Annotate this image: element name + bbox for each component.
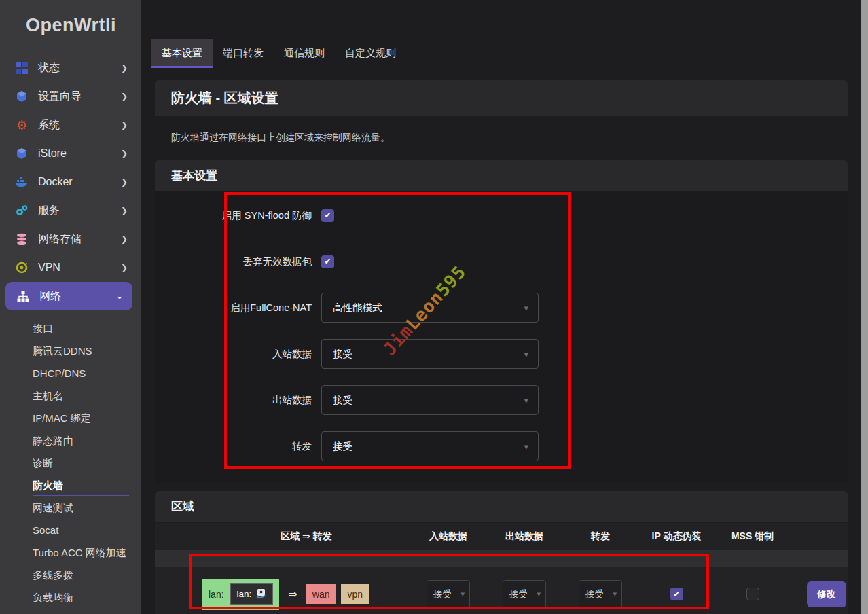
- docker-whale-icon: [14, 177, 30, 187]
- column-input: 入站数据: [410, 530, 486, 543]
- field-label: 入站数据: [155, 348, 321, 361]
- sidebar-menu: 状态 ❯ 设置向导 ❯ ⚙ 系统 ❯ iStore ❯: [0, 41, 141, 609]
- sidebar-item-network-storage[interactable]: 网络存储 ❯: [0, 225, 141, 253]
- caret-down-icon: ▾: [460, 590, 465, 598]
- basic-settings-form: 启用 SYN-flood 防御 ✔ 丢弃无效数据包 ✔ 启用FullCone-N…: [155, 191, 848, 483]
- form-row-fullcone-nat: 启用FullCone-NAT 高性能模式 ▾: [155, 285, 848, 331]
- chevron-right-icon: ❯: [121, 206, 128, 215]
- page-description: 防火墙通过在网络接口上创建区域来控制网络流量。: [155, 116, 868, 152]
- sidebar-item-setup-wizard[interactable]: 设置向导 ❯: [0, 82, 141, 111]
- sidebar-item-services[interactable]: 服务 ❯: [0, 196, 141, 225]
- sidebar-item-label: 系统: [38, 118, 60, 132]
- chevron-right-icon: ❯: [121, 92, 128, 101]
- forward-policy-select[interactable]: 接受 ▾: [321, 431, 539, 461]
- input-policy-select[interactable]: 接受 ▾: [321, 339, 539, 369]
- zone-interface-box: lan:: [230, 583, 274, 605]
- zone-actions-cell: 修改: [807, 581, 848, 607]
- sidebar-item-docker[interactable]: Docker ❯: [0, 168, 141, 196]
- submenu-item-diagnostics[interactable]: 诊断: [0, 452, 141, 474]
- cube-icon: [14, 147, 30, 160]
- chevron-right-icon: ❯: [121, 63, 128, 73]
- chevron-right-icon: ❯: [121, 120, 128, 130]
- gears-icon: [14, 204, 30, 217]
- field-label: 启用 SYN-flood 防御: [155, 209, 321, 222]
- output-policy-select[interactable]: 接受 ▾: [321, 385, 539, 415]
- sidebar-item-label: 网络: [39, 289, 61, 304]
- gear-icon: ⚙: [14, 119, 30, 132]
- chevron-right-icon: ❯: [121, 263, 128, 272]
- tab-custom-rules[interactable]: 自定义规则: [335, 39, 406, 68]
- zone-row-lan: lan: lan: ⇒ wan vpn 接受: [155, 567, 848, 614]
- edit-zone-button[interactable]: 修改: [807, 581, 846, 607]
- check-icon: ✔: [673, 590, 680, 599]
- sidebar-item-istore[interactable]: iStore ❯: [0, 139, 141, 168]
- zone-forward-cell: 接受 ▾: [562, 580, 638, 609]
- zones-section-title: 区域: [155, 491, 848, 522]
- app-logo: OpenWrtli: [0, 0, 141, 41]
- field-label: 丢弃无效数据包: [155, 255, 321, 268]
- tab-traffic-rules[interactable]: 通信规则: [274, 39, 335, 68]
- submenu-item-ip-mac-binding[interactable]: IP/MAC 绑定: [0, 407, 141, 429]
- zone-badge-wan: wan: [306, 584, 336, 604]
- select-value: 接受: [433, 588, 452, 600]
- zone-forward-select[interactable]: 接受 ▾: [579, 580, 622, 609]
- chevron-right-icon: ❯: [121, 177, 128, 187]
- zone-output-cell: 接受 ▾: [486, 580, 562, 609]
- chevron-down-icon: ⌄: [116, 291, 123, 301]
- submenu-item-dhcp-dns[interactable]: DHCP/DNS: [0, 362, 141, 384]
- submenu-item-firewall[interactable]: 防火墙: [0, 474, 141, 496]
- network-submenu: 接口 腾讯云DDNS DHCP/DNS 主机名 IP/MAC 绑定 静态路由 诊…: [0, 310, 141, 609]
- submenu-item-turbo-acc[interactable]: Turbo ACC 网络加速: [0, 541, 141, 564]
- submenu-item-tencent-ddns[interactable]: 腾讯云DDNS: [0, 340, 141, 362]
- submenu-item-interfaces[interactable]: 接口: [0, 317, 141, 340]
- caret-down-icon: ▾: [524, 441, 528, 452]
- submenu-item-load-balancing[interactable]: 负载均衡: [0, 586, 141, 609]
- submenu-item-multi-wan[interactable]: 多线多拨: [0, 564, 141, 586]
- main-content: 基本设置 端口转发 通信规则 自定义规则 防火墙 - 区域设置 防火墙通过在网络…: [141, 0, 868, 614]
- submenu-item-speedtest[interactable]: 网速测试: [0, 496, 141, 519]
- sidebar-item-label: iStore: [38, 147, 67, 160]
- caret-down-icon: ▾: [524, 395, 528, 405]
- page-title: 防火墙 - 区域设置: [155, 80, 848, 116]
- fullcone-nat-select[interactable]: 高性能模式 ▾: [321, 293, 539, 323]
- check-icon: ✔: [324, 211, 331, 220]
- column-forward: 转发: [562, 530, 638, 543]
- form-row-output: 出站数据 接受 ▾: [155, 377, 848, 423]
- zone-output-select[interactable]: 接受 ▾: [503, 580, 546, 609]
- sidebar-item-label: VPN: [38, 261, 60, 274]
- sidebar-item-label: 状态: [38, 61, 60, 75]
- tab-port-forwards[interactable]: 端口转发: [213, 39, 274, 68]
- syn-flood-checkbox[interactable]: ✔: [321, 209, 334, 222]
- column-mss-clamping: MSS 钳制: [715, 530, 791, 543]
- column-output: 出站数据: [486, 530, 562, 543]
- chevron-right-icon: ❯: [121, 234, 128, 244]
- caret-down-icon: ▾: [524, 303, 528, 313]
- sidebar-item-system[interactable]: ⚙ 系统 ❯: [0, 111, 141, 139]
- submenu-item-socat[interactable]: Socat: [0, 519, 141, 541]
- submenu-item-hostname[interactable]: 主机名: [0, 384, 141, 407]
- sidebar-item-network[interactable]: 网络 ⌄: [5, 282, 132, 310]
- basic-settings-section-title: 基本设置: [155, 160, 848, 191]
- drop-invalid-checkbox[interactable]: ✔: [321, 255, 334, 268]
- vertical-scrollbar[interactable]: [861, 0, 868, 614]
- sidebar-item-label: 设置向导: [38, 90, 82, 104]
- ethernet-interface-icon: [255, 588, 266, 600]
- tab-general-settings[interactable]: 基本设置: [151, 39, 213, 68]
- check-icon: ✔: [324, 257, 331, 266]
- firewall-tabs: 基本设置 端口转发 通信规则 自定义规则: [151, 39, 868, 68]
- submenu-item-static-routes[interactable]: 静态路由: [0, 429, 141, 452]
- zone-input-select[interactable]: 接受 ▾: [427, 580, 470, 609]
- select-value: 高性能模式: [333, 302, 382, 314]
- zones-table: 区域 ⇒ 转发 入站数据 出站数据 转发 IP 动态伪装 MSS 钳制 lan:…: [155, 523, 848, 614]
- sidebar-item-label: Docker: [38, 176, 73, 188]
- sidebar-item-vpn[interactable]: VPN ❯: [0, 253, 141, 282]
- caret-down-icon: ▾: [613, 590, 617, 598]
- masquerading-checkbox[interactable]: ✔: [670, 588, 683, 600]
- form-row-drop-invalid: 丢弃无效数据包 ✔: [155, 238, 848, 285]
- mss-clamping-checkbox[interactable]: [746, 588, 759, 600]
- zone-interface-label: lan:: [237, 589, 252, 599]
- sidebar-item-status[interactable]: 状态 ❯: [0, 54, 141, 82]
- select-value: 接受: [585, 588, 604, 600]
- form-row-syn-flood: 启用 SYN-flood 防御 ✔: [155, 192, 848, 238]
- caret-down-icon: ▾: [537, 590, 541, 598]
